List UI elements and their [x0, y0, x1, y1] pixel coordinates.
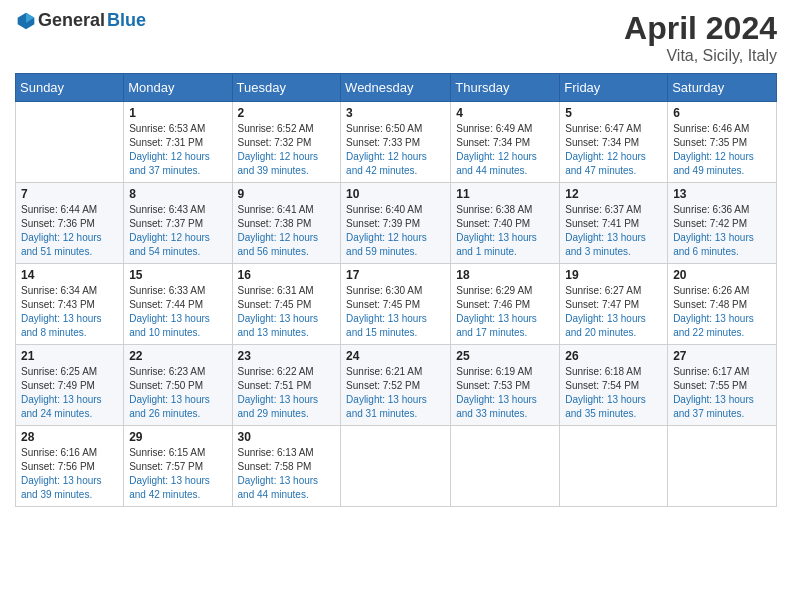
day-number: 8 [129, 187, 226, 201]
day-number: 24 [346, 349, 445, 363]
sunset-text: Sunset: 7:44 PM [129, 299, 203, 310]
sunset-text: Sunset: 7:32 PM [238, 137, 312, 148]
calendar-cell [451, 426, 560, 507]
sunset-text: Sunset: 7:33 PM [346, 137, 420, 148]
sunrise-text: Sunrise: 6:18 AM [565, 366, 641, 377]
daylight-text: Daylight: 13 hours and 20 minutes. [565, 313, 646, 338]
sunrise-text: Sunrise: 6:43 AM [129, 204, 205, 215]
calendar-week-row: 1 Sunrise: 6:53 AM Sunset: 7:31 PM Dayli… [16, 102, 777, 183]
day-info: Sunrise: 6:37 AM Sunset: 7:41 PM Dayligh… [565, 203, 662, 259]
sunset-text: Sunset: 7:49 PM [21, 380, 95, 391]
sunrise-text: Sunrise: 6:44 AM [21, 204, 97, 215]
weekday-header-saturday: Saturday [668, 74, 777, 102]
sunrise-text: Sunrise: 6:30 AM [346, 285, 422, 296]
daylight-text: Daylight: 12 hours and 39 minutes. [238, 151, 319, 176]
daylight-text: Daylight: 13 hours and 17 minutes. [456, 313, 537, 338]
day-number: 22 [129, 349, 226, 363]
day-number: 26 [565, 349, 662, 363]
sunrise-text: Sunrise: 6:31 AM [238, 285, 314, 296]
calendar-cell: 19 Sunrise: 6:27 AM Sunset: 7:47 PM Dayl… [560, 264, 668, 345]
sunrise-text: Sunrise: 6:49 AM [456, 123, 532, 134]
day-info: Sunrise: 6:40 AM Sunset: 7:39 PM Dayligh… [346, 203, 445, 259]
sunset-text: Sunset: 7:43 PM [21, 299, 95, 310]
day-number: 17 [346, 268, 445, 282]
sunrise-text: Sunrise: 6:15 AM [129, 447, 205, 458]
calendar-cell: 7 Sunrise: 6:44 AM Sunset: 7:36 PM Dayli… [16, 183, 124, 264]
sunrise-text: Sunrise: 6:36 AM [673, 204, 749, 215]
sunrise-text: Sunrise: 6:41 AM [238, 204, 314, 215]
sunset-text: Sunset: 7:51 PM [238, 380, 312, 391]
sunset-text: Sunset: 7:35 PM [673, 137, 747, 148]
day-number: 1 [129, 106, 226, 120]
day-number: 20 [673, 268, 771, 282]
sunset-text: Sunset: 7:31 PM [129, 137, 203, 148]
day-number: 15 [129, 268, 226, 282]
calendar-cell: 18 Sunrise: 6:29 AM Sunset: 7:46 PM Dayl… [451, 264, 560, 345]
sunset-text: Sunset: 7:55 PM [673, 380, 747, 391]
day-info: Sunrise: 6:18 AM Sunset: 7:54 PM Dayligh… [565, 365, 662, 421]
day-number: 4 [456, 106, 554, 120]
calendar-cell: 8 Sunrise: 6:43 AM Sunset: 7:37 PM Dayli… [124, 183, 232, 264]
weekday-header-tuesday: Tuesday [232, 74, 341, 102]
calendar-cell [16, 102, 124, 183]
calendar-cell [560, 426, 668, 507]
calendar-cell: 16 Sunrise: 6:31 AM Sunset: 7:45 PM Dayl… [232, 264, 341, 345]
sunrise-text: Sunrise: 6:53 AM [129, 123, 205, 134]
day-info: Sunrise: 6:13 AM Sunset: 7:58 PM Dayligh… [238, 446, 336, 502]
sunrise-text: Sunrise: 6:29 AM [456, 285, 532, 296]
calendar-cell: 12 Sunrise: 6:37 AM Sunset: 7:41 PM Dayl… [560, 183, 668, 264]
daylight-text: Daylight: 13 hours and 39 minutes. [21, 475, 102, 500]
day-info: Sunrise: 6:50 AM Sunset: 7:33 PM Dayligh… [346, 122, 445, 178]
calendar-cell: 6 Sunrise: 6:46 AM Sunset: 7:35 PM Dayli… [668, 102, 777, 183]
sunrise-text: Sunrise: 6:23 AM [129, 366, 205, 377]
month-title: April 2024 [624, 10, 777, 47]
calendar-cell: 17 Sunrise: 6:30 AM Sunset: 7:45 PM Dayl… [341, 264, 451, 345]
sunrise-text: Sunrise: 6:27 AM [565, 285, 641, 296]
sunrise-text: Sunrise: 6:19 AM [456, 366, 532, 377]
day-number: 5 [565, 106, 662, 120]
day-info: Sunrise: 6:52 AM Sunset: 7:32 PM Dayligh… [238, 122, 336, 178]
daylight-text: Daylight: 12 hours and 54 minutes. [129, 232, 210, 257]
sunrise-text: Sunrise: 6:17 AM [673, 366, 749, 377]
calendar-cell: 1 Sunrise: 6:53 AM Sunset: 7:31 PM Dayli… [124, 102, 232, 183]
day-info: Sunrise: 6:29 AM Sunset: 7:46 PM Dayligh… [456, 284, 554, 340]
sunset-text: Sunset: 7:37 PM [129, 218, 203, 229]
sunset-text: Sunset: 7:36 PM [21, 218, 95, 229]
logo-icon [16, 11, 36, 31]
weekday-header-row: SundayMondayTuesdayWednesdayThursdayFrid… [16, 74, 777, 102]
daylight-text: Daylight: 12 hours and 59 minutes. [346, 232, 427, 257]
day-info: Sunrise: 6:15 AM Sunset: 7:57 PM Dayligh… [129, 446, 226, 502]
calendar-week-row: 21 Sunrise: 6:25 AM Sunset: 7:49 PM Dayl… [16, 345, 777, 426]
calendar-week-row: 14 Sunrise: 6:34 AM Sunset: 7:43 PM Dayl… [16, 264, 777, 345]
calendar-cell: 4 Sunrise: 6:49 AM Sunset: 7:34 PM Dayli… [451, 102, 560, 183]
day-number: 3 [346, 106, 445, 120]
day-info: Sunrise: 6:43 AM Sunset: 7:37 PM Dayligh… [129, 203, 226, 259]
sunrise-text: Sunrise: 6:16 AM [21, 447, 97, 458]
day-info: Sunrise: 6:19 AM Sunset: 7:53 PM Dayligh… [456, 365, 554, 421]
day-number: 14 [21, 268, 118, 282]
calendar-cell: 14 Sunrise: 6:34 AM Sunset: 7:43 PM Dayl… [16, 264, 124, 345]
daylight-text: Daylight: 12 hours and 49 minutes. [673, 151, 754, 176]
calendar-cell: 2 Sunrise: 6:52 AM Sunset: 7:32 PM Dayli… [232, 102, 341, 183]
daylight-text: Daylight: 13 hours and 6 minutes. [673, 232, 754, 257]
weekday-header-friday: Friday [560, 74, 668, 102]
day-number: 21 [21, 349, 118, 363]
sunset-text: Sunset: 7:45 PM [238, 299, 312, 310]
sunset-text: Sunset: 7:54 PM [565, 380, 639, 391]
day-number: 2 [238, 106, 336, 120]
logo-text-general: General [38, 10, 105, 31]
sunrise-text: Sunrise: 6:21 AM [346, 366, 422, 377]
sunrise-text: Sunrise: 6:25 AM [21, 366, 97, 377]
day-info: Sunrise: 6:21 AM Sunset: 7:52 PM Dayligh… [346, 365, 445, 421]
sunset-text: Sunset: 7:34 PM [456, 137, 530, 148]
calendar-cell [668, 426, 777, 507]
sunset-text: Sunset: 7:38 PM [238, 218, 312, 229]
day-info: Sunrise: 6:17 AM Sunset: 7:55 PM Dayligh… [673, 365, 771, 421]
day-info: Sunrise: 6:46 AM Sunset: 7:35 PM Dayligh… [673, 122, 771, 178]
day-info: Sunrise: 6:38 AM Sunset: 7:40 PM Dayligh… [456, 203, 554, 259]
daylight-text: Daylight: 12 hours and 44 minutes. [456, 151, 537, 176]
day-info: Sunrise: 6:26 AM Sunset: 7:48 PM Dayligh… [673, 284, 771, 340]
daylight-text: Daylight: 13 hours and 8 minutes. [21, 313, 102, 338]
day-number: 6 [673, 106, 771, 120]
daylight-text: Daylight: 13 hours and 1 minute. [456, 232, 537, 257]
